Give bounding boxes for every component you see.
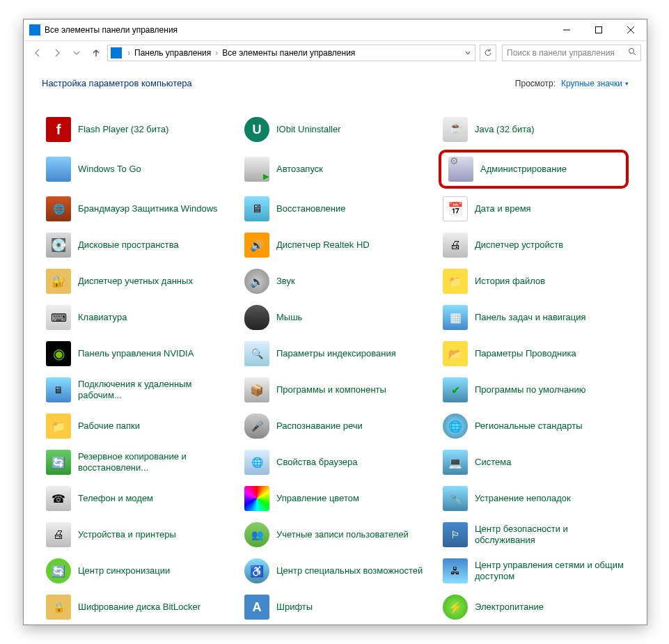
iobit-uninstaller-icon: U (244, 117, 269, 142)
cp-item-taskbar[interactable]: Панель задач и навигация (439, 301, 629, 333)
cp-item-label: Распознавание речи (276, 421, 363, 432)
device-manager-icon (443, 233, 468, 258)
cp-item-label: Дата и время (475, 203, 531, 214)
cp-item-speech[interactable]: Распознавание речи (240, 410, 430, 442)
back-button[interactable] (29, 45, 46, 61)
cp-item-label: Диспетчер устройств (475, 239, 563, 251)
cp-item-label: Подключения к удаленным рабочим... (78, 379, 228, 402)
cp-item-label: Параметры индексирования (276, 348, 396, 359)
cp-item-label: Центр безопасности и обслуживания (475, 524, 624, 547)
close-button[interactable] (615, 19, 647, 40)
breadcrumb-root[interactable]: Панель управления (133, 48, 212, 58)
realtek-icon (244, 233, 269, 258)
cp-item-storage-spaces[interactable]: Дисковые пространства (42, 229, 232, 261)
cp-item-label: Управление цветом (276, 493, 359, 504)
recent-dropdown[interactable] (68, 45, 85, 61)
cp-item-nvidia[interactable]: Панель управления NVIDIA (42, 338, 232, 370)
devices-printers-icon (46, 522, 71, 547)
programs-icon (244, 377, 269, 402)
cp-item-recovery[interactable]: Восстановление (240, 193, 430, 225)
cp-item-realtek[interactable]: Диспетчер Realtek HD (240, 229, 430, 261)
fonts-icon (244, 595, 269, 620)
cp-item-label: Устройства и принтеры (78, 529, 176, 540)
cp-item-label: Устранение неполадок (475, 493, 571, 504)
cp-item-sync-center[interactable]: Центр синхронизации (42, 555, 232, 587)
cp-item-label: Региональные стандарты (475, 421, 582, 432)
network-center-icon (443, 558, 468, 583)
system-icon (443, 450, 468, 475)
cp-item-bitlocker[interactable]: Шифрование диска BitLocker (42, 591, 232, 623)
cp-item-backup[interactable]: Резервное копирование и восстановлени... (42, 446, 232, 478)
view-dropdown[interactable]: Крупные значки (561, 79, 629, 88)
svg-rect-1 (596, 27, 602, 33)
cp-item-firewall[interactable]: Брандмауэр Защитника Windows (42, 193, 232, 225)
cp-item-label: Восстановление (276, 203, 345, 214)
cp-item-devices-printers[interactable]: Устройства и принтеры (42, 519, 232, 551)
cp-item-network-center[interactable]: Центр управления сетями и общим доступом (439, 555, 629, 587)
mouse-icon (244, 305, 269, 330)
address-dropdown[interactable] (461, 48, 475, 58)
cp-item-work-folders[interactable]: Рабочие папки (42, 410, 232, 442)
cp-item-label: Диспетчер Realtek HD (276, 239, 370, 251)
cp-item-iobit-uninstaller[interactable]: UIObit Uninstaller (240, 113, 430, 146)
svg-point-4 (629, 49, 634, 54)
cp-item-label: Звук (276, 276, 295, 287)
cp-item-label: Учетные записи пользователей (276, 529, 409, 540)
cp-item-power-options[interactable]: Электропитание (439, 591, 629, 623)
refresh-button[interactable] (480, 45, 496, 61)
cp-item-programs[interactable]: Программы и компоненты (240, 374, 430, 406)
storage-spaces-icon (46, 233, 71, 258)
cp-item-user-accounts[interactable]: Учетные записи пользователей (240, 519, 430, 551)
cp-item-label: Автозапуск (276, 164, 323, 175)
cp-item-label: История файлов (475, 276, 545, 287)
sync-center-icon (46, 558, 71, 583)
cp-item-phone-modem[interactable]: Телефон и модем (42, 482, 232, 515)
credential-manager-icon (46, 269, 71, 294)
view-controls: Просмотр: Крупные значки (515, 79, 629, 88)
forward-button[interactable] (49, 45, 65, 61)
cp-item-autorun[interactable]: Автозапуск (240, 150, 430, 189)
cp-item-system[interactable]: Система (439, 446, 629, 478)
maximize-button[interactable] (583, 19, 615, 40)
cp-item-credential-manager[interactable]: Диспетчер учетных данных (42, 265, 232, 297)
remote-desktop-icon (46, 377, 71, 402)
cp-item-default-programs[interactable]: Программы по умолчанию (439, 374, 629, 406)
cp-item-administration[interactable]: Администрирование (439, 150, 629, 189)
cp-item-label: Клавиатура (78, 312, 127, 323)
cp-item-windows-to-go[interactable]: Windows To Go (42, 150, 232, 189)
explorer-options-icon (443, 341, 468, 366)
cp-item-troubleshooting[interactable]: Устранение неполадок (439, 482, 629, 515)
address-bar[interactable]: › Панель управления › Все элементы панел… (107, 45, 475, 61)
cp-item-label: Диспетчер учетных данных (78, 276, 193, 287)
cp-item-mouse[interactable]: Мышь (240, 301, 430, 333)
cp-item-explorer-options[interactable]: Параметры Проводника (439, 338, 629, 370)
cp-item-flash-player[interactable]: fFlash Player (32 бита) (42, 113, 232, 146)
cp-item-label: IObit Uninstaller (276, 124, 340, 135)
up-button[interactable] (88, 45, 104, 61)
cp-item-keyboard[interactable]: Клавиатура (42, 301, 232, 333)
cp-item-file-history[interactable]: История файлов (439, 265, 629, 297)
cp-item-indexing[interactable]: Параметры индексирования (240, 338, 430, 370)
cp-item-date-time[interactable]: Дата и время (439, 193, 629, 225)
search-icon (628, 47, 636, 58)
cp-item-internet-options[interactable]: Свойства браузера (240, 446, 430, 478)
search-input[interactable]: Поиск в панели управления (502, 45, 641, 61)
cp-item-color-management[interactable]: Управление цветом (240, 482, 430, 515)
cp-item-fonts[interactable]: Шрифты (240, 591, 430, 623)
cp-item-security-center[interactable]: Центр безопасности и обслуживания (439, 519, 629, 551)
cp-item-device-manager[interactable]: Диспетчер устройств (439, 229, 629, 261)
cp-item-sound[interactable]: Звук (240, 265, 430, 297)
cp-item-label: Flash Player (32 бита) (78, 124, 168, 135)
cp-item-label: Панель управления NVIDIA (78, 348, 194, 359)
cp-item-remote-desktop[interactable]: Подключения к удаленным рабочим... (42, 374, 232, 406)
cp-item-ease-of-access[interactable]: Центр специальных возможностей (240, 555, 430, 587)
cp-item-java[interactable]: Java (32 бита) (439, 113, 629, 146)
cp-item-label: Центр специальных возможностей (276, 565, 423, 576)
location-icon (111, 47, 122, 58)
cp-item-region[interactable]: Региональные стандарты (439, 410, 629, 442)
minimize-button[interactable] (551, 19, 583, 40)
cp-item-label: Электропитание (475, 602, 544, 613)
troubleshooting-icon (443, 486, 468, 511)
breadcrumb-current[interactable]: Все элементы панели управления (221, 48, 356, 58)
power-options-icon (443, 595, 468, 620)
